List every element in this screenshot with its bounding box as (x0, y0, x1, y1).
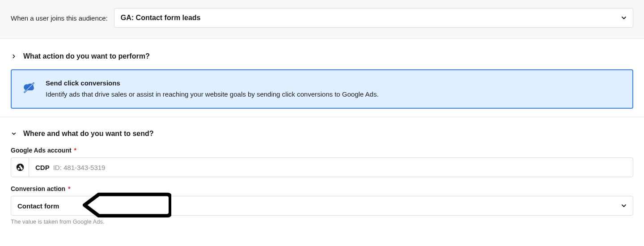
action-section-header[interactable]: What action do you want to perform? (11, 52, 633, 60)
audience-select-value: GA: Contact form leads (121, 14, 201, 22)
chevron-right-icon (11, 53, 17, 59)
audience-trigger-row: When a user joins this audience: GA: Con… (0, 0, 644, 39)
selected-action-title: Send click conversions (46, 79, 379, 87)
send-section-header[interactable]: Where and what do you want to send? (11, 130, 633, 138)
google-ads-logo-icon (11, 158, 29, 177)
chevron-down-icon (11, 131, 17, 137)
conversion-action-field: Conversion action * Contact form The val… (11, 185, 633, 225)
section-divider (0, 117, 644, 117)
google-ads-account-field: Google Ads account * CDP ID: 481-343-531… (11, 147, 633, 177)
conversion-action-select[interactable]: Contact form (11, 196, 633, 216)
svg-point-3 (17, 168, 19, 170)
google-ads-account-select[interactable]: CDP ID: 481-343-5319 (11, 157, 633, 177)
google-ads-account-name: CDP (35, 164, 50, 171)
google-ads-account-id: ID: 481-343-5319 (53, 164, 106, 171)
cloud-slash-icon (21, 80, 37, 95)
google-ads-account-label: Google Ads account * (11, 147, 633, 154)
selected-action-card[interactable]: Send click conversions Identify ads that… (11, 69, 633, 109)
selected-action-description: Identify ads that drive sales or assist … (46, 89, 379, 99)
conversion-action-helper: The value is taken from Google Ads. (11, 218, 633, 225)
conversion-action-label: Conversion action * (11, 185, 633, 192)
annotation-arrow-icon (82, 193, 171, 219)
chevron-down-icon (621, 15, 627, 21)
audience-trigger-label: When a user joins this audience: (11, 14, 108, 22)
selected-action-text: Send click conversions Identify ads that… (46, 79, 379, 99)
conversion-action-value: Contact form (17, 202, 59, 210)
chevron-down-icon (621, 203, 627, 208)
required-mark: * (68, 185, 70, 192)
audience-select[interactable]: GA: Contact form leads (114, 8, 633, 28)
svg-point-2 (16, 164, 24, 171)
main-content: What action do you want to perform? Send… (0, 39, 644, 229)
required-mark: * (74, 147, 76, 154)
action-section-title: What action do you want to perform? (23, 52, 150, 60)
send-section-title: Where and what do you want to send? (23, 130, 154, 138)
